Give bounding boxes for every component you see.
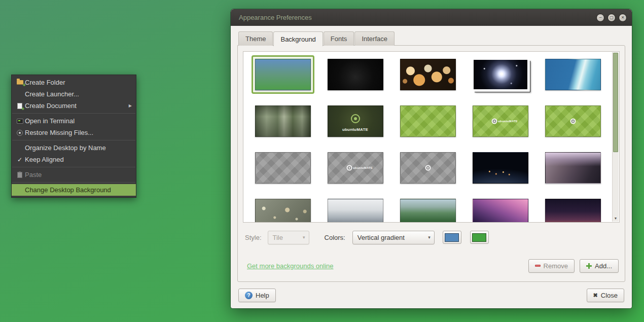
menu-separator xyxy=(12,182,135,183)
wallpaper-earth-at-night[interactable] xyxy=(469,149,532,187)
tab-strip: ThemeBackgroundFontsInterface xyxy=(238,31,395,46)
wallpaper-thumb xyxy=(400,152,456,184)
wallpaper-bokeh-lights[interactable] xyxy=(397,55,459,94)
wallpaper-thumb xyxy=(545,105,601,137)
close-button[interactable]: Close xyxy=(587,289,624,302)
titlebar[interactable]: Appearance Preferences xyxy=(231,9,632,26)
menu-item-change-desktop-background[interactable]: Change Desktop Background xyxy=(12,184,136,196)
wallpaper-thumb xyxy=(255,59,311,90)
wallpaper-cell: ubuntuMATE xyxy=(324,100,387,142)
menu-item-create-document[interactable]: Create Document xyxy=(12,100,136,112)
wallpaper-cell xyxy=(469,194,532,223)
check-icon xyxy=(15,156,25,164)
swatch-color xyxy=(472,233,486,242)
terminal-icon xyxy=(17,119,23,124)
menu-item-label: Create Document xyxy=(25,102,129,110)
menu-item-label: Open in Terminal xyxy=(25,117,132,125)
wallpaper-cell: ubuntuMATE xyxy=(324,147,387,189)
wallpaper-vertical-gradient-blue-green[interactable] xyxy=(252,55,314,94)
wallpaper-thumb: ubuntuMATE xyxy=(328,105,383,137)
ubuntu-mate-logo-icon xyxy=(425,165,431,171)
swatch-color xyxy=(445,233,459,242)
wallpaper-thumb xyxy=(255,199,311,223)
appearance-preferences-window: Appearance Preferences ThemeBackgroundFo… xyxy=(231,9,632,308)
wallpaper-green-triangles-logo-text[interactable]: ubuntuMATE xyxy=(469,102,532,140)
tab-interface[interactable]: Interface xyxy=(354,31,395,46)
wallpaper-rain-bokeh[interactable] xyxy=(252,195,314,223)
wallpaper-ubuntu-mate-dark[interactable] xyxy=(324,55,387,94)
menu-item-open-in-terminal[interactable]: Open in Terminal xyxy=(12,115,136,127)
add-button[interactable]: Add... xyxy=(580,259,619,273)
ubuntu-mate-logo-icon xyxy=(491,119,497,124)
wallpaper-cell xyxy=(252,147,314,189)
style-combo-value: Tile xyxy=(273,234,283,241)
wallpaper-green-hills[interactable] xyxy=(397,195,459,223)
wallpaper-gray-triangles-logo[interactable] xyxy=(397,149,459,187)
wallpaper-thumb xyxy=(545,59,601,90)
help-icon xyxy=(245,292,253,299)
remove-button[interactable]: Remove xyxy=(528,259,575,273)
wallpaper-ubuntu-mate-dark-logo[interactable]: ubuntuMATE xyxy=(324,102,387,140)
style-combo[interactable]: Tile xyxy=(268,231,309,244)
wallpaper-night-ridge[interactable] xyxy=(542,195,604,223)
maximize-button[interactable] xyxy=(607,14,616,22)
add-button-label: Add... xyxy=(595,262,612,270)
wallpaper-thumb xyxy=(473,59,528,90)
menu-item-icon-slot xyxy=(15,144,25,152)
menu-item-keep-aligned[interactable]: Keep Aligned xyxy=(12,154,136,165)
close-button-label: Close xyxy=(601,292,618,299)
color-swatch-primary[interactable] xyxy=(443,231,461,244)
chevron-down-icon xyxy=(299,235,305,240)
wallpaper-thumb: ubuntuMATE xyxy=(473,105,528,137)
wallpaper-gray-triangles-logo-text[interactable]: ubuntuMATE xyxy=(324,149,387,187)
restore-icon xyxy=(15,129,25,137)
menu-item-create-folder[interactable]: Create Folder xyxy=(12,77,136,88)
color-swatch-secondary[interactable] xyxy=(470,231,489,244)
style-colors-row: Style: Tile Colors: Vertical gradient xyxy=(245,230,619,244)
desktop[interactable]: Create FolderCreate Launcher...Create Do… xyxy=(0,0,644,322)
wallpaper-cell: ubuntuMATE xyxy=(469,100,532,142)
tab-background[interactable]: Background xyxy=(273,31,323,46)
menu-item-create-launcher[interactable]: Create Launcher... xyxy=(12,88,136,100)
window-title: Appearance Preferences xyxy=(239,14,312,21)
close-button[interactable] xyxy=(619,14,627,22)
menu-item-restore-missing-files[interactable]: Restore Missing Files... xyxy=(12,127,136,138)
menu-item-organize-desktop-by-name[interactable]: Organize Desktop by Name xyxy=(12,142,136,154)
menu-item-paste[interactable]: Paste xyxy=(12,169,136,181)
remove-icon xyxy=(535,265,541,267)
folder-new-icon xyxy=(17,80,23,85)
wallpaper-grid: ubuntuMATEubuntuMATEubuntuMATE xyxy=(243,52,619,223)
wallpaper-green-triangles[interactable] xyxy=(397,102,459,140)
wallpaper-milky-way[interactable] xyxy=(469,195,532,223)
wallpaper-ocean-shore[interactable] xyxy=(542,55,604,94)
scrollbar-down-icon[interactable] xyxy=(613,215,619,222)
tab-theme[interactable]: Theme xyxy=(238,31,273,46)
colors-combo[interactable]: Vertical gradient xyxy=(352,231,435,244)
wallpaper-mountain-valley[interactable] xyxy=(542,149,604,187)
scrollbar[interactable] xyxy=(612,52,619,222)
get-more-backgrounds-link[interactable]: Get more backgrounds online xyxy=(247,262,334,270)
dialog-actions: Help Close xyxy=(238,288,624,302)
wallpaper-thumb xyxy=(400,105,456,137)
menu-separator xyxy=(12,167,135,167)
minimize-button[interactable] xyxy=(596,14,604,22)
wallpaper-spiral-galaxy[interactable] xyxy=(469,55,532,94)
help-button-label: Help xyxy=(256,292,269,299)
wallpaper-gray-triangles[interactable] xyxy=(252,149,314,187)
menu-item-label: Keep Aligned xyxy=(25,156,132,163)
ubuntu-mate-logo-icon xyxy=(570,119,576,124)
menu-separator xyxy=(12,113,135,114)
style-label: Style: xyxy=(245,234,262,241)
ubuntu-mate-logo-text: ubuntuMATE xyxy=(498,120,518,123)
wallpaper-thumb xyxy=(473,199,528,223)
wallpaper-cell xyxy=(542,54,604,95)
wallpaper-green-corridor[interactable] xyxy=(252,102,314,140)
wallpaper-misty-mountain[interactable] xyxy=(324,195,387,223)
help-button[interactable]: Help xyxy=(238,289,276,302)
paste-icon xyxy=(15,171,25,179)
wallpaper-green-triangles-logo[interactable] xyxy=(542,102,604,140)
wallpaper-thumb xyxy=(255,152,311,184)
colors-combo-value: Vertical gradient xyxy=(357,234,405,241)
scrollbar-thumb[interactable] xyxy=(613,53,618,152)
tab-fonts[interactable]: Fonts xyxy=(324,31,354,46)
